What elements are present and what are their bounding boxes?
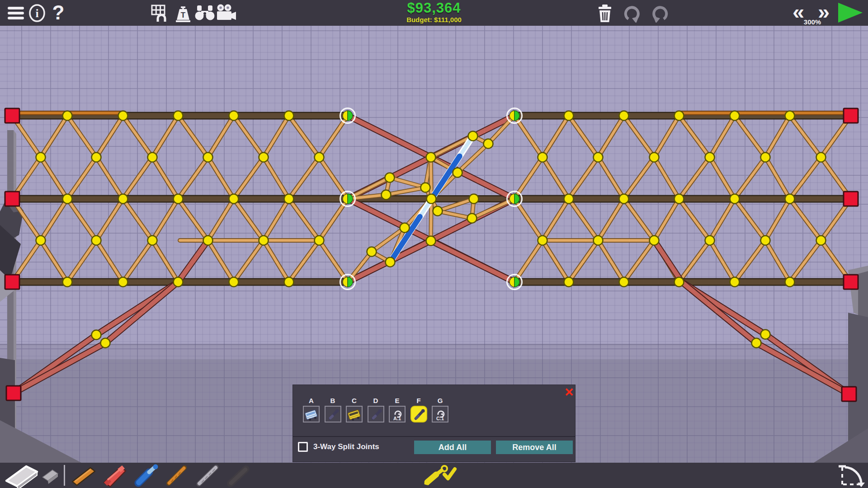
grid-bridge-button[interactable] <box>151 4 170 23</box>
game-screen: i ? T <box>0 0 868 488</box>
slot-box-wrench-icon[interactable] <box>410 406 427 422</box>
tool-road[interactable] <box>3 463 41 488</box>
tool-steel[interactable] <box>99 463 129 488</box>
help-button[interactable]: ? <box>51 3 66 23</box>
slot-letter: C <box>346 397 363 405</box>
vehicle-slot-B[interactable]: B <box>325 397 341 422</box>
wood-icon <box>69 463 98 488</box>
redo-icon <box>622 4 642 23</box>
slot-box-rotate-icon[interactable]: A.1 <box>389 406 406 422</box>
zoom-level: 300% <box>788 18 837 26</box>
slot-box-rotate-icon[interactable]: C.1 <box>432 406 448 422</box>
delete-button[interactable] <box>597 4 613 23</box>
three-way-split-label: 3-Way Split Joints <box>313 442 379 451</box>
toolbar-divider <box>63 463 66 488</box>
binoculars-button[interactable] <box>193 4 216 22</box>
trash-icon <box>597 4 613 23</box>
slot-box-bus-blue-icon[interactable] <box>303 406 320 422</box>
hydraulic-phase-button[interactable] <box>418 463 463 488</box>
tool-hydraulic[interactable] <box>132 463 162 488</box>
info-button[interactable]: i <box>28 4 46 22</box>
slot-box-bus-yellow-icon[interactable] <box>346 406 363 422</box>
budget-total: Budget: $111,000 <box>344 16 524 23</box>
budget-display: $93,364 Budget: $111,000 <box>344 0 524 23</box>
vehicle-slot-F[interactable]: F <box>410 397 427 422</box>
redo-button[interactable] <box>622 4 642 23</box>
panel-divider <box>293 436 575 437</box>
vehicle-slot-C[interactable]: C <box>346 397 363 422</box>
vehicle-slot-D[interactable]: D <box>368 397 384 422</box>
eraser-icon <box>38 463 61 488</box>
vehicle-slot-G[interactable]: GC.1 <box>432 397 448 422</box>
undo-button[interactable] <box>650 4 670 23</box>
three-way-split-checkbox[interactable] <box>298 442 308 452</box>
svg-text:T: T <box>181 11 186 19</box>
top-bar: i ? T <box>0 0 868 26</box>
road-icon <box>3 463 41 488</box>
camera-button[interactable] <box>214 4 238 23</box>
spring-icon <box>224 463 252 488</box>
binoculars-icon <box>193 4 216 22</box>
vehicle-slot-E[interactable]: EA.1 <box>389 397 406 422</box>
rotate-copy-button[interactable] <box>834 463 866 488</box>
slot-letter: D <box>368 397 384 405</box>
budget-current: $93,364 <box>344 0 524 16</box>
cable-icon <box>193 463 222 488</box>
svg-text:?: ? <box>52 3 65 23</box>
hydraulic-icon <box>132 463 162 488</box>
svg-text:i: i <box>35 7 38 20</box>
close-button[interactable]: ✕ <box>563 386 575 398</box>
grid-bridge-icon <box>151 4 170 23</box>
tool-eraser[interactable] <box>38 463 61 488</box>
slot-letter: B <box>325 397 341 405</box>
slot-box-wrench-icon[interactable] <box>368 406 384 422</box>
slot-sub-label: C.1 <box>433 416 448 421</box>
slot-letter: G <box>432 397 448 405</box>
slot-letter: F <box>410 397 427 405</box>
help-icon: ? <box>51 3 66 23</box>
play-icon <box>836 2 864 24</box>
tool-spring[interactable] <box>224 463 252 488</box>
rotate-copy-icon <box>834 463 866 488</box>
camera-icon <box>214 4 238 23</box>
tool-wood[interactable] <box>69 463 98 488</box>
remove-all-button[interactable]: Remove All <box>496 441 573 454</box>
info-icon: i <box>28 4 46 22</box>
rope-icon <box>164 463 189 488</box>
weight-icon: T <box>175 4 192 23</box>
steel-icon <box>99 463 129 488</box>
menu-icon <box>7 6 24 20</box>
play-button[interactable] <box>836 2 864 24</box>
material-toolbar <box>0 463 868 488</box>
slot-box-wrench-icon[interactable] <box>325 406 341 422</box>
menu-button[interactable] <box>7 6 24 20</box>
slot-sub-label: A.1 <box>390 416 405 421</box>
split-joints-panel: ✕ ABCDEA.1FGC.1 3-Way Split Joints Add A… <box>293 385 575 462</box>
slot-letter: A <box>303 397 320 405</box>
undo-icon <box>650 4 670 23</box>
vehicle-slot-A[interactable]: A <box>303 397 320 422</box>
hydraulic-phase-check-icon <box>418 463 463 488</box>
add-all-button[interactable]: Add All <box>414 441 491 454</box>
slot-letter: E <box>389 397 406 405</box>
weight-button[interactable]: T <box>175 4 192 23</box>
tool-rope[interactable] <box>164 463 189 488</box>
tool-cable[interactable] <box>193 463 222 488</box>
